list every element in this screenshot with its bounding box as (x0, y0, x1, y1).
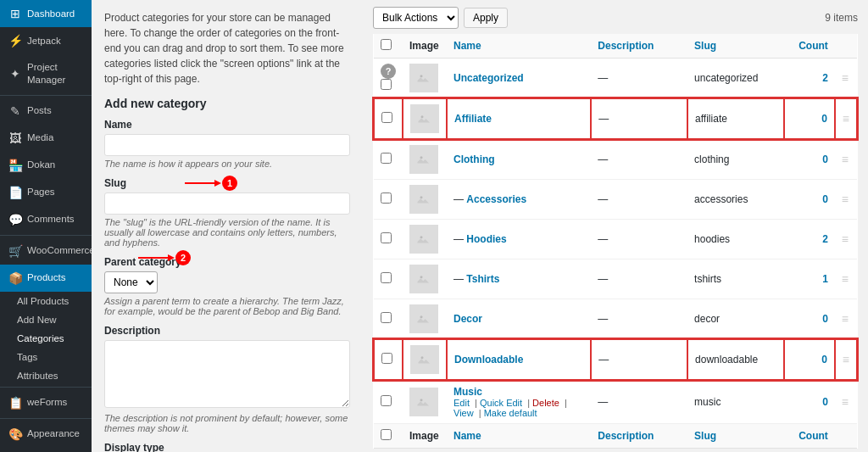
count-link[interactable]: 0 (822, 153, 828, 165)
make-default-link[interactable]: Make default (484, 408, 537, 418)
delete-link[interactable]: Delete (532, 398, 559, 408)
category-name-link[interactable]: Hoodies (466, 233, 506, 245)
table-row: Downloadable — downloadable 0 ≡ (374, 339, 857, 380)
sidebar-item-posts[interactable]: ✎ Posts (0, 98, 92, 125)
sidebar-item-media[interactable]: 🖼 Media (0, 125, 92, 152)
category-name-link[interactable]: Music (453, 386, 482, 398)
row-checkbox[interactable] (381, 232, 392, 243)
cat-image-icon (416, 394, 431, 410)
description-column-header[interactable]: Description (591, 34, 687, 59)
category-name-link[interactable]: Tshirts (466, 273, 499, 285)
row-drag-cell: ≡ (835, 139, 857, 180)
count-column-header[interactable]: Count (784, 34, 835, 59)
drag-handle[interactable]: ≡ (843, 112, 849, 126)
sidebar-item-dokan[interactable]: 🏪 Dokan (0, 152, 92, 179)
select-all-checkbox[interactable] (381, 39, 392, 50)
row-drag-cell: ≡ (835, 220, 857, 259)
sidebar-item-appearance[interactable]: 🎨 Appearance (0, 421, 92, 448)
drag-handle[interactable]: ≡ (842, 153, 849, 166)
category-name-link[interactable]: Downloadable (454, 354, 523, 366)
sidebar-item-woocommerce[interactable]: 🛒 WooCommerce (0, 237, 92, 265)
parent-hint: Assign a parent term to create a hierarc… (104, 296, 350, 316)
sidebar-item-categories[interactable]: Categories (0, 329, 92, 348)
name-column-header[interactable]: Name (447, 34, 591, 59)
row-count-cell: 2 (784, 59, 835, 99)
drag-handle[interactable]: ≡ (842, 193, 849, 206)
row-description-cell: — (591, 220, 687, 259)
drag-handle[interactable]: ≡ (842, 272, 849, 286)
name-footer[interactable]: Name (447, 424, 591, 449)
row-name-cell: — Hoodies (447, 220, 591, 259)
sidebar-item-project-manager[interactable]: ✦ Project Manager (0, 54, 92, 93)
sidebar-item-dashboard[interactable]: ⊞ Dashboard (0, 0, 92, 27)
sidebar-item-weforms[interactable]: 📋 weForms (0, 389, 92, 416)
count-link[interactable]: 2 (822, 233, 828, 245)
count-footer[interactable]: Count (784, 424, 835, 449)
drag-handle[interactable]: ≡ (842, 232, 849, 246)
sidebar-item-add-new[interactable]: Add New (0, 310, 92, 329)
slug-field-group: Slug The "slug" is the URL-friendly vers… (104, 177, 350, 248)
drag-handle[interactable]: ≡ (843, 353, 849, 366)
sidebar-item-attributes[interactable]: Attributes (0, 366, 92, 385)
help-icon[interactable]: ? (381, 64, 396, 79)
comments-icon: 💬 (8, 213, 22, 226)
count-link[interactable]: 1 (822, 273, 828, 285)
count-link[interactable]: 0 (822, 396, 828, 408)
row-checkbox-cell (374, 139, 403, 180)
slug-footer[interactable]: Slug (687, 424, 784, 449)
drag-handle[interactable]: ≡ (842, 395, 849, 409)
sidebar-item-label: Jetpack (27, 35, 61, 47)
slug-column-header[interactable]: Slug (687, 34, 784, 59)
row-checkbox[interactable] (381, 79, 392, 90)
row-checkbox[interactable] (381, 395, 392, 406)
count-link[interactable]: 0 (822, 313, 828, 325)
category-name-link[interactable]: Accessories (466, 193, 526, 205)
sidebar-item-all-products[interactable]: All Products (0, 292, 92, 310)
sidebar-item-label: Media (27, 131, 53, 144)
drag-handle[interactable]: ≡ (842, 312, 849, 326)
description-footer[interactable]: Description (591, 424, 687, 449)
sidebar-item-tags[interactable]: Tags (0, 348, 92, 366)
description-textarea[interactable] (104, 340, 350, 408)
sidebar-item-pages[interactable]: 📄 Pages (0, 179, 92, 206)
edit-link[interactable]: Edit (453, 398, 470, 408)
category-name-link[interactable]: Affiliate (454, 113, 492, 125)
parent-category-select[interactable]: None (104, 271, 158, 293)
row-drag-cell: ≡ (835, 98, 857, 139)
page-description: Product categories for your store can be… (104, 10, 350, 86)
row-checkbox-cell (374, 339, 403, 380)
select-all-footer-checkbox[interactable] (381, 429, 392, 440)
category-name-link[interactable]: Clothing (453, 153, 495, 165)
apply-button-top[interactable]: Apply (464, 8, 508, 28)
drag-handle[interactable]: ≡ (842, 71, 849, 85)
name-hint: The name is how it appears on your site. (104, 159, 350, 169)
view-link[interactable]: View (453, 408, 474, 418)
quick-edit-link[interactable]: Quick Edit (480, 398, 522, 408)
row-checkbox[interactable] (381, 193, 392, 204)
name-input[interactable] (104, 134, 350, 156)
sidebar-item-label: weForms (27, 396, 67, 409)
row-checkbox[interactable] (381, 312, 392, 323)
sidebar-item-plugins[interactable]: 🔌 Plugins 3 (0, 448, 92, 452)
slug-label: Slug (104, 177, 350, 189)
slug-input[interactable] (104, 193, 350, 215)
row-checkbox[interactable] (381, 112, 392, 123)
row-checkbox[interactable] (381, 272, 392, 283)
sidebar-item-comments[interactable]: 💬 Comments (0, 206, 92, 233)
bulk-actions-select-top[interactable]: Bulk Actions (373, 7, 459, 29)
sidebar-item-jetpack[interactable]: ⚡ Jetpack (0, 27, 92, 54)
row-checkbox-cell: ? (374, 59, 403, 99)
count-link[interactable]: 0 (822, 193, 828, 205)
row-count-cell: 2 (784, 220, 835, 259)
count-link[interactable]: 0 (821, 354, 827, 366)
count-link[interactable]: 0 (821, 113, 827, 125)
row-actions: Edit | Quick Edit | Delete | View | Make… (453, 398, 584, 418)
row-checkbox[interactable] (381, 153, 392, 164)
category-name-link[interactable]: Decor (453, 313, 482, 325)
count-link[interactable]: 2 (822, 72, 828, 84)
row-checkbox[interactable] (381, 353, 392, 364)
category-name-link[interactable]: Uncategorized (453, 72, 524, 84)
sidebar-item-label: Comments (27, 213, 75, 226)
cat-image-icon (416, 152, 431, 167)
sidebar-item-products[interactable]: 📦 Products (0, 265, 92, 292)
